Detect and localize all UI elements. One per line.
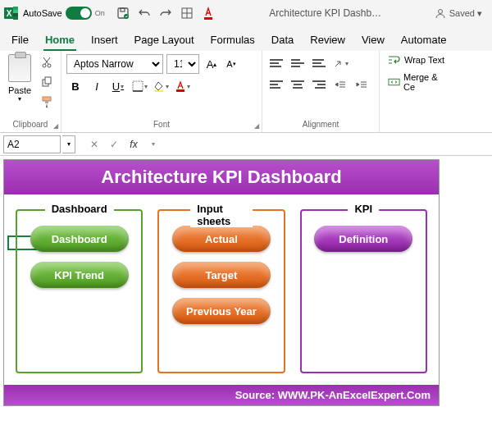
quick-access-toolbar: [115, 5, 216, 21]
svg-rect-18: [43, 97, 51, 101]
enter-formula-icon[interactable]: ✓: [105, 135, 123, 153]
excel-app-icon: X: [3, 5, 20, 21]
name-box-dropdown-icon[interactable]: ▾: [62, 135, 75, 153]
align-bottom-icon[interactable]: [310, 54, 328, 72]
group-wrap-merge: Wrap Text Merge & Ce: [380, 51, 453, 132]
italic-button[interactable]: I: [88, 77, 106, 95]
autosave-label: AutoSave: [23, 8, 62, 18]
group-clipboard: Paste ▾ Clipboard ◢: [0, 51, 61, 132]
cut-icon[interactable]: [38, 54, 56, 71]
copy-icon[interactable]: [38, 74, 56, 90]
dashboard-title: Architecture KPI Dashboard: [4, 160, 439, 194]
tab-formulas[interactable]: Formulas: [209, 30, 257, 51]
orientation-icon[interactable]: ▾: [331, 54, 349, 72]
clipboard-group-label: Clipboard: [5, 120, 56, 130]
formula-dropdown-icon[interactable]: ▾: [144, 135, 162, 153]
btn-actual[interactable]: Actual: [172, 226, 271, 252]
undo-icon[interactable]: [136, 5, 153, 21]
btn-kpi-trend[interactable]: KPI Trend: [30, 262, 129, 288]
autosave-switch[interactable]: [66, 7, 92, 20]
tab-view[interactable]: View: [360, 30, 386, 51]
borders-button[interactable]: ▾: [130, 77, 148, 95]
svg-point-15: [48, 64, 51, 67]
user-icon: [435, 7, 446, 19]
align-center-icon[interactable]: [289, 75, 307, 94]
svg-rect-2: [13, 7, 18, 10]
svg-rect-3: [13, 10, 18, 13]
align-top-icon[interactable]: [267, 54, 285, 72]
redo-icon[interactable]: [157, 5, 174, 21]
wrap-text-icon: [388, 54, 401, 66]
clipboard-icon: [8, 54, 31, 82]
tab-insert[interactable]: Insert: [89, 30, 120, 51]
svg-rect-12: [204, 17, 212, 20]
tab-file[interactable]: File: [10, 30, 30, 51]
save-status[interactable]: Saved ▾: [449, 8, 482, 19]
merge-center-button[interactable]: Merge & Ce: [388, 72, 449, 92]
tab-data[interactable]: Data: [270, 30, 295, 51]
decrease-font-icon[interactable]: A▾: [222, 55, 240, 73]
svg-rect-19: [45, 101, 48, 103]
align-middle-icon[interactable]: [289, 54, 307, 72]
btn-previous-year[interactable]: Previous Year: [172, 298, 271, 324]
merge-label: Merge & Ce: [403, 72, 449, 92]
underline-button[interactable]: U▾: [109, 77, 127, 95]
btn-target[interactable]: Target: [172, 262, 271, 288]
borders-icon[interactable]: [179, 5, 195, 21]
font-size-select[interactable]: 11: [166, 54, 199, 74]
font-launcher-icon[interactable]: ◢: [254, 122, 259, 130]
svg-rect-24: [389, 79, 399, 85]
align-right-icon[interactable]: [310, 75, 328, 94]
decrease-indent-icon[interactable]: [331, 75, 349, 94]
ribbon-tabs: File Home Insert Page Layout Formulas Da…: [0, 26, 492, 51]
formula-input[interactable]: [164, 135, 489, 153]
svg-rect-4: [13, 13, 18, 16]
fx-button[interactable]: fx: [125, 135, 143, 153]
increase-font-icon[interactable]: A▴: [203, 55, 221, 73]
clipboard-launcher-icon[interactable]: ◢: [53, 122, 58, 130]
btn-definition[interactable]: Definition: [314, 226, 412, 252]
merge-icon: [388, 76, 400, 88]
svg-text:X: X: [7, 9, 12, 18]
autosave-state: On: [95, 9, 105, 17]
font-color-button[interactable]: ▾: [173, 77, 191, 95]
tab-review[interactable]: Review: [308, 30, 347, 51]
svg-rect-22: [155, 90, 163, 92]
btn-dashboard[interactable]: Dashboard: [30, 226, 129, 252]
paste-button[interactable]: Paste ▾: [5, 54, 34, 112]
font-color-qat-icon[interactable]: [200, 5, 216, 21]
font-name-select[interactable]: Aptos Narrow: [66, 54, 163, 74]
dashboard-embed: Architecture KPI Dashboard Dashboard Das…: [3, 159, 440, 406]
panel-input-sheets: Input sheets Actual Target Previous Year: [157, 209, 285, 373]
panel-kpi-title: KPI: [348, 203, 379, 215]
title-bar: X AutoSave On Architecture KPI Dashb… Sa…: [0, 0, 492, 26]
save-icon[interactable]: [115, 5, 131, 21]
align-left-icon[interactable]: [267, 75, 285, 94]
paste-label: Paste: [8, 85, 31, 95]
bold-button[interactable]: B: [66, 77, 84, 95]
worksheet-area[interactable]: Architecture KPI Dashboard Dashboard Das…: [0, 156, 492, 448]
svg-point-14: [43, 64, 46, 67]
alignment-group-label: Alignment: [267, 120, 374, 130]
font-group-label: Font: [66, 120, 257, 130]
format-painter-icon[interactable]: [38, 94, 56, 110]
svg-point-13: [438, 10, 442, 14]
panel-dashboard: Dashboard Dashboard KPI Trend: [16, 209, 143, 373]
formula-bar: ▾ ✕ ✓ fx ▾: [0, 133, 492, 156]
autosave-toggle[interactable]: AutoSave On: [23, 7, 105, 20]
cancel-formula-icon[interactable]: ✕: [85, 135, 103, 153]
wrap-text-button[interactable]: Wrap Text: [388, 54, 449, 66]
dashboard-body: Dashboard Dashboard KPI Trend Input shee…: [4, 194, 439, 385]
ribbon-home: Paste ▾ Clipboard ◢ Aptos Narrow 11 A▴ A…: [0, 51, 492, 133]
name-box[interactable]: [3, 135, 61, 153]
wrap-label: Wrap Text: [404, 55, 444, 65]
svg-rect-20: [133, 81, 143, 91]
tab-home[interactable]: Home: [43, 30, 76, 51]
group-font: Aptos Narrow 11 A▴ A▾ B I U▾ ▾ ▾ ▾ Font …: [61, 51, 262, 132]
fill-color-button[interactable]: ▾: [152, 77, 170, 95]
svg-rect-17: [45, 77, 51, 84]
tab-automate[interactable]: Automate: [399, 30, 449, 51]
increase-indent-icon[interactable]: [353, 75, 371, 94]
svg-rect-23: [176, 89, 184, 92]
tab-page-layout[interactable]: Page Layout: [133, 30, 196, 51]
